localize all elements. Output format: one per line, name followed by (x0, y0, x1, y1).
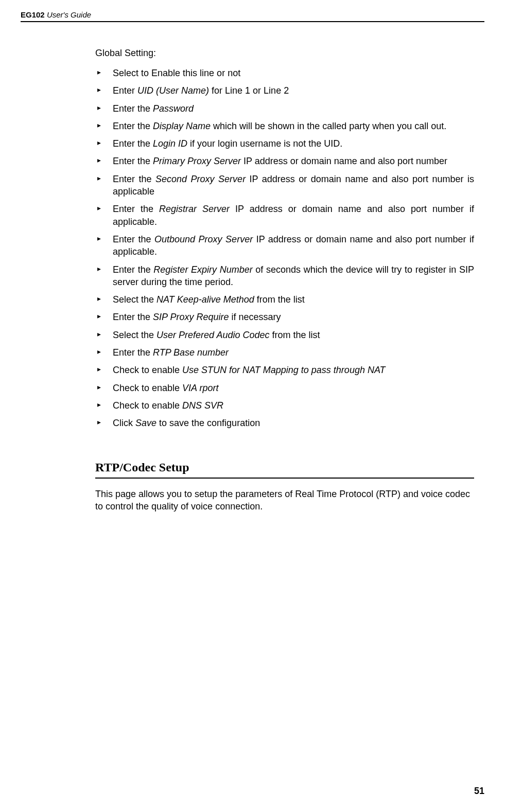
list-item: Select the NAT Keep-alive Method from th… (112, 293, 474, 306)
item-em: User Prefered Audio Codec (156, 330, 269, 340)
item-pre: Enter the (113, 156, 153, 166)
item-em: Use STUN for NAT Mapping to pass through… (182, 365, 385, 375)
list-item: Enter the Password (112, 102, 474, 115)
item-em: RTP Base number (153, 347, 229, 358)
item-pre: Enter the (113, 174, 155, 184)
list-item: Select the User Prefered Audio Codec fro… (112, 329, 474, 341)
item-pre: Click (113, 418, 135, 428)
list-item: Enter the Register Expiry Number of seco… (112, 263, 474, 289)
list-item: Select to Enable this line or not (112, 67, 474, 79)
item-pre: Select the (113, 294, 156, 305)
item-pre: Enter the (113, 234, 154, 244)
item-post: for Line 1 or Line 2 (209, 85, 289, 96)
header-title: EG102 User's Guide (21, 10, 484, 19)
item-post: which will be shown in the called party … (211, 121, 446, 131)
list-item: Enter UID (User Name) for Line 1 or Line… (112, 84, 474, 97)
item-pre: Check to enable (113, 383, 182, 393)
item-em: Primary Proxy Server (153, 156, 241, 166)
doc-subtitle: User's Guide (47, 10, 91, 19)
item-pre: Check to enable (113, 400, 182, 411)
item-post: if necessary (229, 312, 281, 322)
list-item: Enter the Display Name which will be sho… (112, 120, 474, 132)
item-em: VIA rport (182, 383, 218, 393)
page-number: 51 (474, 786, 484, 797)
item-post: IP address or domain name and also port … (241, 156, 447, 166)
item-em: Second Proxy Server (155, 174, 246, 184)
item-em: UID (User Name) (137, 85, 209, 96)
item-pre: Select the (113, 330, 156, 340)
item-pre: Enter the (113, 103, 153, 114)
list-item: Enter the Registrar Server IP address or… (112, 203, 474, 228)
item-pre: Enter the (113, 138, 153, 149)
list-item: Check to enable DNS SVR (112, 399, 474, 412)
section-heading-rtp-codec: RTP/Codec Setup (95, 461, 474, 479)
item-post: to save the configuration (156, 418, 260, 428)
item-post: from the list (254, 294, 305, 305)
item-em: SIP Proxy Require (153, 312, 229, 322)
list-item: Check to enable VIA rport (112, 382, 474, 394)
settings-list: Select to Enable this line or not Enter … (112, 67, 474, 430)
item-em: Save (135, 418, 156, 428)
item-pre: Check to enable (113, 365, 182, 375)
item-pre: Enter the (113, 121, 153, 131)
item-em: DNS SVR (182, 400, 223, 411)
item-post: from the list (270, 330, 320, 340)
item-pre: Enter the (113, 347, 153, 358)
item-pre: Enter the (113, 204, 159, 214)
item-post: if your login username is not the UID. (187, 138, 342, 149)
item-em: Outbound Proxy Server (154, 234, 253, 244)
item-em: Password (153, 103, 194, 114)
item-pre: Enter the (113, 312, 153, 322)
item-pre: Select to Enable this line or not (113, 68, 240, 78)
list-item: Enter the RTP Base number (112, 346, 474, 359)
section-body: This page allows you to setup the parame… (95, 488, 474, 513)
item-pre: Enter (113, 85, 137, 96)
list-item: Enter the SIP Proxy Require if necessary (112, 311, 474, 323)
list-item: Click Save to save the configuration (112, 417, 474, 429)
product-name: EG102 (21, 10, 45, 19)
list-item: Enter the Login ID if your login usernam… (112, 137, 474, 150)
item-pre: Enter the (113, 264, 153, 275)
page-content: Global Setting: Select to Enable this li… (95, 48, 474, 513)
list-item: Check to enable Use STUN for NAT Mapping… (112, 364, 474, 376)
item-em: Display Name (153, 121, 211, 131)
item-em: Registrar Server (159, 204, 230, 214)
item-em: NAT Keep-alive Method (156, 294, 254, 305)
list-item: Enter the Primary Proxy Server IP addres… (112, 155, 474, 167)
document-header: EG102 User's Guide (21, 10, 484, 22)
list-item: Enter the Second Proxy Server IP address… (112, 173, 474, 198)
item-em: Register Expiry Number (153, 264, 252, 275)
list-item: Enter the Outbound Proxy Server IP addre… (112, 233, 474, 258)
item-em: Login ID (153, 138, 187, 149)
global-setting-title: Global Setting: (95, 48, 474, 59)
